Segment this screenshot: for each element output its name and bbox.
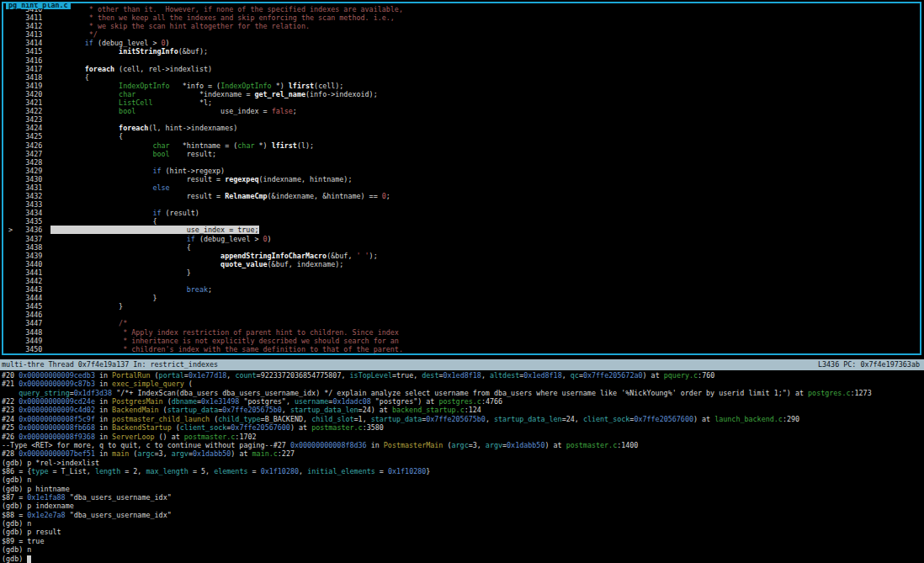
line-number: 3448 — [8, 328, 50, 337]
console-line: #26 0x00000000008f9368 in ServerLoop () … — [2, 433, 924, 441]
line-number: 3428 — [8, 158, 50, 167]
source-line: 3431 else — [8, 183, 920, 192]
source-line: 3443 break; — [8, 285, 920, 294]
line-number: 3424 — [8, 124, 50, 132]
status-left: multi-thre Thread 0x7f4e19a137 In: restr… — [2, 359, 218, 370]
line-number: 3444 — [8, 294, 50, 302]
source-line: 3420 char *indexname = get_rel_name(info… — [8, 90, 920, 98]
source-line: 3435 { — [8, 217, 920, 226]
line-number: 3449 — [8, 337, 50, 345]
line-number: 3419 — [8, 82, 50, 90]
line-number: > 3436 — [8, 226, 50, 234]
console-line: (gdb) p *rel->indexlist — [2, 459, 924, 467]
line-number: 3431 — [8, 183, 50, 192]
source-line: 3417 foreach (cell, rel->indexlist) — [8, 65, 920, 73]
line-number: 3435 — [8, 217, 50, 226]
line-number: 3429 — [8, 167, 50, 175]
console-line: (gdb) p hintname — [2, 485, 924, 493]
line-number: 3418 — [8, 73, 50, 82]
source-line: 3413 */ — [8, 30, 920, 39]
gdb-console[interactable]: #20 0x00000000009cedb3 in PortalRun (por… — [2, 371, 924, 563]
line-number: 3411 — [8, 13, 50, 22]
line-number: 3446 — [8, 311, 50, 319]
console-line: $86 = {type = T_List, length = 2, max_le… — [2, 467, 924, 475]
line-number: 3437 — [8, 235, 50, 243]
line-number: 3445 — [8, 302, 50, 311]
console-line: #23 0x00000000009c4d02 in BackendMain (s… — [2, 406, 924, 414]
line-number: 3423 — [8, 115, 50, 124]
status-right: L3436 PC: 0x7f4e197363ab — [818, 359, 920, 370]
source-line: 3418 { — [8, 73, 920, 82]
source-line: 3415 initStringInfo(&buf); — [8, 47, 920, 56]
source-line: 3432 result = RelnameCmp(&indexname, &hi… — [8, 192, 920, 200]
source-line: 3427 bool result; — [8, 150, 920, 158]
source-line: 3439 appendStringInfoCharMacro(&buf, ' '… — [8, 252, 920, 260]
line-number: 3414 — [8, 39, 50, 47]
line-number: 3412 — [8, 22, 50, 30]
line-number: 3447 — [8, 319, 50, 327]
line-number: 3426 — [8, 141, 50, 150]
source-line: 3426 char *hintname = (char *) lfirst(l)… — [8, 141, 920, 150]
source-line: 3442 — [8, 277, 920, 285]
source-line: 3424 foreach(l, hint->indexnames) — [8, 124, 920, 132]
source-window-title: pg_hint_plan.c — [6, 2, 71, 9]
console-line: (gdb) p result — [2, 528, 924, 536]
console-prompt-line: (gdb) — [2, 555, 924, 563]
source-line: 3419 IndexOptInfo *info = (IndexOptInfo … — [8, 82, 920, 90]
source-line-current: > 3436 use_index = true; — [8, 226, 920, 234]
source-line: 3410 * other than it. However, if none o… — [8, 5, 920, 13]
console-line: $88 = 0x1e2e7a8 "dba_users_username_idx" — [2, 511, 924, 519]
console-line: $87 = 0x1e1fa88 "dba_users_username_idx" — [2, 493, 924, 502]
source-window[interactable]: pg_hint_plan.c 3410 * other than it. How… — [2, 2, 921, 355]
source-line: 3422 bool use_index = false; — [8, 107, 920, 115]
line-number: 3441 — [8, 268, 50, 277]
console-line: #22 0x00000000009cd24e in PostgresMain (… — [2, 397, 924, 406]
line-number: 3438 — [8, 243, 50, 252]
line-number: 3432 — [8, 192, 50, 200]
line-number: 3415 — [8, 47, 50, 56]
source-line: 3438 { — [8, 243, 920, 252]
line-number: 3422 — [8, 107, 50, 115]
source-line: 3414 if (debug_level > 0) — [8, 39, 920, 47]
console-line: (gdb) n — [2, 519, 924, 528]
source-line: 3437 if (debug_level > 0) — [8, 235, 920, 243]
gdb-tui-screen: pg_hint_plan.c 3410 * other than it. How… — [0, 0, 924, 563]
terminal-cursor[interactable] — [27, 555, 31, 563]
console-line: query_string=0x1df3d38 "/*+ IndexScan(db… — [2, 389, 924, 397]
console-line: (gdb) n — [2, 475, 924, 484]
console-line: #24 0x00000000008f5c9f in postmaster_chi… — [2, 415, 924, 423]
source-line: 3423 — [8, 115, 920, 124]
source-line: 3430 result = regexpeq(indexname, hintna… — [8, 175, 920, 183]
console-line: $89 = true — [2, 537, 924, 545]
line-number: 3420 — [8, 90, 50, 98]
console-line: #20 0x00000000009cedb3 in PortalRun (por… — [2, 371, 924, 380]
line-number: 3430 — [8, 175, 50, 183]
source-line: 3428 — [8, 158, 920, 167]
source-line: 3445 } — [8, 302, 920, 311]
source-code: 3410 * other than it. However, if none o… — [8, 5, 920, 353]
console-line: #25 0x00000000008fb668 in BackendStartup… — [2, 423, 924, 432]
line-number: 3425 — [8, 132, 50, 141]
source-line: 3425 { — [8, 132, 920, 141]
source-line: 3416 — [8, 56, 920, 65]
source-line: 3450 * children's index with the same de… — [8, 345, 920, 353]
line-number: 3413 — [8, 30, 50, 39]
line-number: 3421 — [8, 98, 50, 107]
line-number: 3439 — [8, 252, 50, 260]
console-line: --Type <RET> for more, q to quit, c to c… — [2, 441, 924, 449]
source-line: 3434 if (result) — [8, 209, 920, 217]
console-line: #21 0x00000000009c87b3 in exec_simple_qu… — [2, 380, 924, 388]
console-line: (gdb) n — [2, 545, 924, 554]
console-line: #28 0x00000000007bef51 in main (argc=3, … — [2, 449, 924, 458]
source-line: 3447 /* — [8, 319, 920, 327]
status-bar: multi-thre Thread 0x7f4e19a137 In: restr… — [0, 359, 924, 370]
source-line: 3446 — [8, 311, 920, 319]
console-line: (gdb) p indexname — [2, 502, 924, 510]
line-number: 3416 — [8, 56, 50, 65]
line-number: 3417 — [8, 65, 50, 73]
source-line: 3448 * Apply index restriction of parent… — [8, 328, 920, 337]
line-number: 3433 — [8, 200, 50, 209]
source-line: 3433 — [8, 200, 920, 209]
source-line: 3411 * then we keep all the indexes and … — [8, 13, 920, 22]
line-number: 3434 — [8, 209, 50, 217]
